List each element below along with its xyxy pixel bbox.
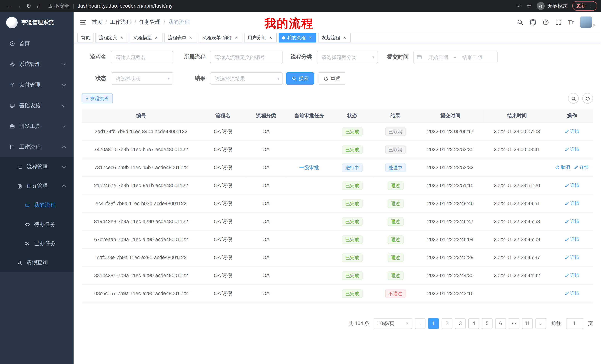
tab-process-model[interactable]: 流程模型× [130,33,162,42]
status-tag: 已完成 [342,271,362,280]
tab-close-icon[interactable]: × [233,35,239,40]
detail-action-link[interactable]: 详情 [564,182,579,189]
page-button-11[interactable]: 11 [522,318,533,329]
tab-start-process[interactable]: 发起流程× [318,33,351,42]
show-search-button[interactable] [568,93,579,104]
search-button[interactable]: 搜索 [286,72,314,85]
detail-action-link[interactable]: 详情 [564,290,579,297]
breadcrumb-separator: / [134,19,136,25]
cancel-action-link[interactable]: 取消 [555,164,570,171]
tab-close-icon[interactable]: × [268,35,273,40]
sidebar-item-my-process[interactable]: 我的流程 [0,196,74,215]
page-button-3[interactable]: 3 [455,318,466,329]
detail-action-link[interactable]: 详情 [564,218,579,225]
process-name-input[interactable] [111,51,173,63]
next-page-button[interactable]: › [535,318,546,329]
calendar-icon [417,54,422,60]
page-button-1[interactable]: 1 [428,318,439,329]
user-icon [17,260,23,265]
goto-page-input[interactable] [566,318,583,329]
tab-close-icon[interactable]: × [119,35,125,40]
tab-process-form[interactable]: 流程表单× [164,33,197,42]
submit-time-range-picker[interactable]: - [413,51,498,63]
key-icon[interactable] [516,3,521,9]
page-button-5[interactable]: 5 [482,318,492,329]
back-icon[interactable]: ← [4,3,14,9]
sidebar-item-leave-query[interactable]: 请假查询 [0,253,74,272]
owner-process-input[interactable] [210,51,283,63]
tab-home[interactable]: 首页 [78,33,94,42]
task-link[interactable]: 一级审批 [299,164,319,170]
tab-close-icon[interactable]: × [307,35,313,40]
result-select-input[interactable] [210,72,283,85]
tab-my-process[interactable]: 我的流程× [279,33,316,42]
detail-action-link[interactable]: 详情 [564,272,579,279]
status-select-input[interactable] [111,72,173,85]
avatar [581,17,592,28]
breadcrumb-item[interactable]: 首页 [91,19,102,26]
sidebar-item-task-mgmt[interactable]: 任务管理 [0,176,74,196]
user-menu[interactable]: ▾ [581,17,595,28]
fullscreen-icon[interactable] [555,19,562,25]
sidebar-item-system[interactable]: 系统管理 [0,54,74,75]
sidebar-item-label: 待办任务 [34,221,56,228]
cell-actions: 取消详情 [551,158,593,176]
help-icon[interactable] [543,19,549,25]
tab-process-form-edit[interactable]: 流程表单-编辑× [199,33,242,42]
detail-action-link[interactable]: 详情 [564,128,579,135]
category-select[interactable]: ▾ [317,51,378,63]
app-logo[interactable]: 芋道管理系统 [0,12,74,33]
detail-action-link[interactable]: 详情 [564,236,579,243]
chrome-right-controls: ☆ 无痕模式 更新 ⋮ [516,1,597,11]
sidebar-item-devtools[interactable]: 研发工具 [0,116,74,136]
address-bar[interactable]: ⚠ 不安全 | dashboard.yudao.iocoder.cn/bpm/t… [48,2,511,9]
sidebar-item-done-task[interactable]: 已办任务 [0,234,74,253]
detail-action-link[interactable]: 详情 [574,164,589,171]
cell-category: OA [245,176,287,194]
breadcrumb-item[interactable]: 任务管理 [139,19,161,26]
detail-action-link[interactable]: 详情 [564,254,579,261]
detail-action-link[interactable]: 详情 [564,146,579,153]
sidebar-collapse-icon[interactable] [80,19,86,25]
tab-close-icon[interactable]: × [188,35,193,40]
github-icon[interactable] [530,19,536,25]
end-date-input[interactable] [457,54,487,60]
tab-close-icon[interactable]: × [342,35,347,40]
tab-process-definition[interactable]: 流程定义× [95,33,128,42]
page-ellipsis[interactable]: ··· [509,318,520,329]
page-size-select[interactable]: 10条/页 ▾ [374,318,412,329]
start-date-input[interactable] [423,54,453,60]
prev-page-button[interactable]: ‹ [415,318,425,329]
chevron-down-icon [62,124,66,128]
sidebar-item-workflow[interactable]: 工作流程 [0,137,74,157]
create-process-button[interactable]: + 发起流程 [82,94,113,104]
detail-action-link[interactable]: 详情 [564,200,579,207]
url-text: dashboard.yudao.iocoder.cn/bpm/task/my [78,3,172,9]
tab-user-group[interactable]: 用户分组× [244,33,277,42]
font-size-icon[interactable]: TT [568,19,574,25]
sidebar-item-infra[interactable]: 基础设施 [0,95,74,116]
reset-button[interactable]: 重置 [318,72,346,85]
refresh-button[interactable] [582,93,593,104]
status-select[interactable]: ▾ [111,72,173,85]
bookmark-star-icon[interactable]: ☆ [527,2,532,9]
cell-category: OA [245,284,287,302]
pencil-icon [564,273,569,278]
result-select[interactable]: ▾ [210,72,283,85]
breadcrumb-item[interactable]: 工作流程 [110,19,131,26]
reload-icon[interactable]: ↻ [24,2,34,9]
home-icon[interactable]: ⌂ [34,3,44,9]
category-select-input[interactable] [317,51,378,63]
browser-menu-icon[interactable]: ⋮ [588,3,593,9]
page-button-4[interactable]: 4 [468,318,479,329]
page-button-6[interactable]: 6 [495,318,506,329]
search-icon[interactable] [517,19,523,25]
tab-close-icon[interactable]: × [154,35,159,40]
sidebar-item-todo-task[interactable]: 待办任务 [0,215,74,234]
update-button[interactable]: 更新 ⋮ [572,1,597,11]
page-button-2[interactable]: 2 [441,318,452,329]
forward-icon[interactable]: → [14,3,24,9]
sidebar-item-payment[interactable]: ¥支付管理 [0,75,74,95]
sidebar-item-process-mgmt[interactable]: 流程管理 [0,157,74,176]
sidebar-item-home[interactable]: 首页 [0,33,74,54]
